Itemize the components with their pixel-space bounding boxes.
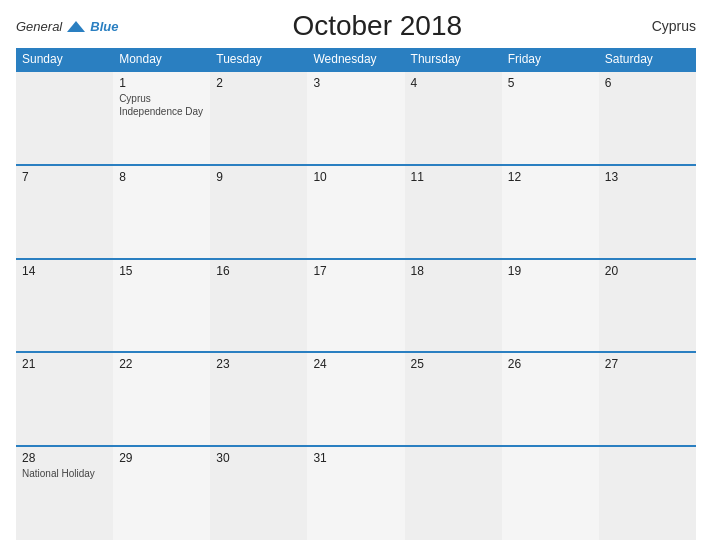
calendar-week-row: 14151617181920 xyxy=(16,259,696,353)
col-sunday: Sunday xyxy=(16,48,113,71)
day-number: 31 xyxy=(313,451,398,465)
calendar-cell: 17 xyxy=(307,259,404,353)
day-number: 17 xyxy=(313,264,398,278)
calendar-page: General Blue October 2018 Cyprus Sunday … xyxy=(0,0,712,550)
day-number: 3 xyxy=(313,76,398,90)
calendar-cell: 9 xyxy=(210,165,307,259)
day-number: 28 xyxy=(22,451,107,465)
day-number: 4 xyxy=(411,76,496,90)
calendar-cell: 27 xyxy=(599,352,696,446)
calendar-cell xyxy=(405,446,502,540)
day-number: 20 xyxy=(605,264,690,278)
calendar-table: Sunday Monday Tuesday Wednesday Thursday… xyxy=(16,48,696,540)
day-number: 21 xyxy=(22,357,107,371)
day-number: 14 xyxy=(22,264,107,278)
calendar-cell: 19 xyxy=(502,259,599,353)
calendar-cell: 22 xyxy=(113,352,210,446)
calendar-cell: 20 xyxy=(599,259,696,353)
day-number: 27 xyxy=(605,357,690,371)
day-number: 19 xyxy=(508,264,593,278)
calendar-cell: 1Cyprus Independence Day xyxy=(113,71,210,165)
day-number: 24 xyxy=(313,357,398,371)
calendar-cell: 5 xyxy=(502,71,599,165)
calendar-cell: 30 xyxy=(210,446,307,540)
calendar-week-row: 21222324252627 xyxy=(16,352,696,446)
calendar-cell: 25 xyxy=(405,352,502,446)
calendar-header-row: Sunday Monday Tuesday Wednesday Thursday… xyxy=(16,48,696,71)
col-friday: Friday xyxy=(502,48,599,71)
col-saturday: Saturday xyxy=(599,48,696,71)
day-number: 10 xyxy=(313,170,398,184)
calendar-cell: 6 xyxy=(599,71,696,165)
calendar-cell: 14 xyxy=(16,259,113,353)
day-number: 30 xyxy=(216,451,301,465)
day-number: 6 xyxy=(605,76,690,90)
calendar-week-row: 1Cyprus Independence Day23456 xyxy=(16,71,696,165)
day-number: 26 xyxy=(508,357,593,371)
calendar-cell: 10 xyxy=(307,165,404,259)
calendar-cell: 29 xyxy=(113,446,210,540)
calendar-cell: 28National Holiday xyxy=(16,446,113,540)
calendar-cell: 15 xyxy=(113,259,210,353)
country-name: Cyprus xyxy=(636,18,696,34)
calendar-cell xyxy=(599,446,696,540)
calendar-cell: 12 xyxy=(502,165,599,259)
calendar-week-row: 28National Holiday293031 xyxy=(16,446,696,540)
calendar-cell: 4 xyxy=(405,71,502,165)
day-number: 25 xyxy=(411,357,496,371)
calendar-cell xyxy=(502,446,599,540)
logo-flag-icon xyxy=(65,19,87,34)
calendar-cell: 31 xyxy=(307,446,404,540)
col-thursday: Thursday xyxy=(405,48,502,71)
day-number: 1 xyxy=(119,76,204,90)
calendar-cell: 26 xyxy=(502,352,599,446)
day-number: 7 xyxy=(22,170,107,184)
day-number: 11 xyxy=(411,170,496,184)
holiday-label: National Holiday xyxy=(22,467,107,480)
day-number: 29 xyxy=(119,451,204,465)
day-number: 16 xyxy=(216,264,301,278)
logo-blue-text: Blue xyxy=(90,19,118,34)
day-number: 9 xyxy=(216,170,301,184)
calendar-cell: 7 xyxy=(16,165,113,259)
calendar-title: October 2018 xyxy=(118,10,636,42)
calendar-cell: 3 xyxy=(307,71,404,165)
col-tuesday: Tuesday xyxy=(210,48,307,71)
calendar-cell: 24 xyxy=(307,352,404,446)
holiday-label: Cyprus Independence Day xyxy=(119,92,204,118)
calendar-cell: 2 xyxy=(210,71,307,165)
day-number: 2 xyxy=(216,76,301,90)
calendar-cell: 13 xyxy=(599,165,696,259)
day-number: 18 xyxy=(411,264,496,278)
day-number: 13 xyxy=(605,170,690,184)
calendar-week-row: 78910111213 xyxy=(16,165,696,259)
calendar-cell: 21 xyxy=(16,352,113,446)
logo: General Blue xyxy=(16,19,118,34)
calendar-cell: 18 xyxy=(405,259,502,353)
logo-general-text: General xyxy=(16,19,62,34)
calendar-cell: 8 xyxy=(113,165,210,259)
calendar-header: General Blue October 2018 Cyprus xyxy=(16,10,696,42)
calendar-cell xyxy=(16,71,113,165)
day-number: 8 xyxy=(119,170,204,184)
day-number: 23 xyxy=(216,357,301,371)
day-number: 22 xyxy=(119,357,204,371)
day-number: 5 xyxy=(508,76,593,90)
day-number: 12 xyxy=(508,170,593,184)
day-number: 15 xyxy=(119,264,204,278)
calendar-cell: 23 xyxy=(210,352,307,446)
calendar-cell: 16 xyxy=(210,259,307,353)
calendar-cell: 11 xyxy=(405,165,502,259)
col-monday: Monday xyxy=(113,48,210,71)
col-wednesday: Wednesday xyxy=(307,48,404,71)
